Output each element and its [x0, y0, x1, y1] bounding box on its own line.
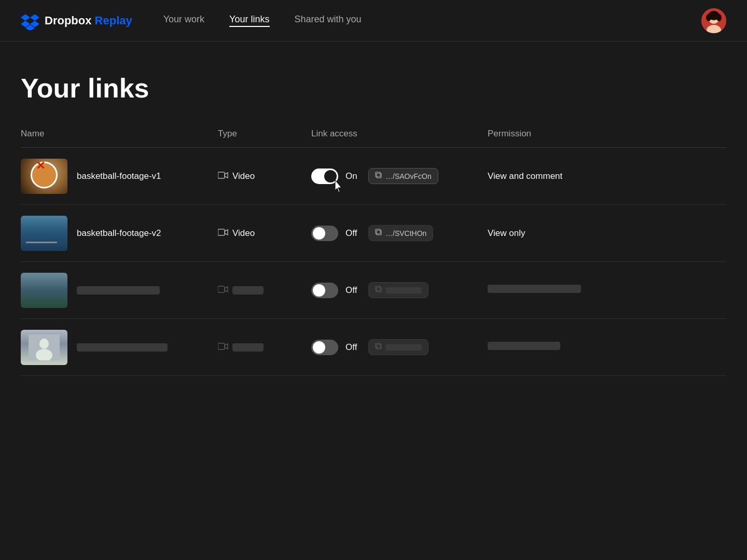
- file-name-redacted-4: [77, 343, 168, 352]
- name-cell-2: basketball-footage-v2: [21, 216, 218, 251]
- table-row: Off: [21, 262, 726, 319]
- link-badge-2[interactable]: …/SVCtHOn: [368, 225, 433, 241]
- link-access-cell-3: Off: [311, 282, 488, 298]
- link-access-cell-4: Off: [311, 339, 488, 355]
- video-icon-2: [218, 228, 228, 239]
- toggle-knob-2: [313, 227, 325, 240]
- file-name-redacted-3: [77, 286, 160, 295]
- svg-rect-9: [218, 229, 225, 235]
- svg-point-5: [716, 14, 722, 21]
- svg-rect-13: [377, 287, 381, 292]
- logo-text: Dropbox Replay: [45, 14, 132, 27]
- toggle-label-4: Off: [345, 342, 361, 353]
- svg-point-16: [39, 339, 49, 349]
- toggle-label-1: On: [345, 171, 361, 181]
- name-cell-1: basketball-footage-v1: [21, 159, 218, 194]
- table-header: Name Type Link access Permission: [21, 129, 726, 148]
- svg-point-4: [706, 14, 711, 21]
- permission-label-2: View only: [488, 228, 525, 238]
- link-url-redacted-3: [385, 287, 422, 293]
- col-type: Type: [218, 129, 311, 139]
- type-cell-4: [218, 342, 311, 353]
- svg-rect-12: [218, 286, 225, 292]
- permission-cell-1: View and comment: [488, 171, 726, 181]
- file-name-2: basketball-footage-v2: [77, 228, 161, 239]
- toggle-knob-3: [313, 284, 325, 297]
- toggle-3[interactable]: [311, 283, 338, 298]
- type-label-2: Video: [232, 228, 255, 239]
- name-cell-3: [21, 273, 218, 308]
- file-name-1: basketball-footage-v1: [77, 171, 161, 181]
- svg-rect-6: [218, 172, 225, 178]
- thumbnail-3: [21, 273, 67, 308]
- avatar-image: [701, 8, 726, 33]
- copy-icon-1: [375, 172, 382, 180]
- toggle-1[interactable]: [311, 169, 338, 184]
- type-redacted-4: [232, 343, 264, 352]
- nav-your-work[interactable]: Your work: [163, 14, 204, 27]
- permission-redacted-3: [488, 285, 581, 293]
- thumbnail-1: [21, 159, 67, 194]
- avatar[interactable]: [701, 8, 726, 33]
- table-row: basketball-footage-v2 Video Off: [21, 205, 726, 262]
- table-row: Off: [21, 319, 726, 376]
- col-permission: Permission: [488, 129, 726, 139]
- toggle-4[interactable]: [311, 340, 338, 355]
- link-url-redacted-4: [385, 344, 422, 351]
- main-nav: Your work Your links Shared with you: [163, 14, 701, 27]
- svg-rect-10: [377, 230, 381, 235]
- link-access-cell-2: Off …/SVCtHOn: [311, 225, 488, 241]
- toggle-knob-1: [324, 170, 337, 183]
- svg-rect-20: [376, 343, 380, 348]
- type-cell-3: [218, 285, 311, 296]
- header: Dropbox Replay Your work Your links Shar…: [0, 0, 747, 41]
- link-url-2: …/SVCtHOn: [385, 229, 426, 237]
- page-title: Your links: [21, 73, 726, 104]
- type-cell-2: Video: [218, 228, 311, 239]
- col-link-access: Link access: [311, 129, 488, 139]
- link-access-cell-1: On …/SAOvFcOn: [311, 168, 488, 184]
- logo-icon: [21, 11, 39, 30]
- permission-cell-4: [488, 342, 726, 353]
- svg-rect-19: [377, 344, 381, 349]
- svg-rect-11: [376, 229, 380, 234]
- link-badge-3[interactable]: [368, 282, 428, 298]
- toggle-label-2: Off: [345, 228, 361, 239]
- copy-icon-3: [375, 286, 382, 295]
- copy-icon-4: [375, 343, 382, 352]
- nav-shared-with-you[interactable]: Shared with you: [295, 14, 362, 27]
- svg-rect-14: [376, 286, 380, 291]
- table-row: basketball-footage-v1 Video: [21, 148, 726, 205]
- svg-rect-18: [218, 343, 225, 349]
- type-label-1: Video: [232, 171, 255, 181]
- toggle-container-1[interactable]: [311, 169, 338, 184]
- video-icon-1: [218, 171, 228, 181]
- type-redacted-3: [232, 286, 264, 295]
- col-name: Name: [21, 129, 218, 139]
- permission-cell-3: [488, 285, 726, 296]
- logo-area: Dropbox Replay: [21, 11, 132, 30]
- page-content: Your links Name Type Link access Permiss…: [0, 41, 747, 397]
- copy-icon-2: [375, 229, 382, 237]
- svg-rect-8: [376, 172, 380, 177]
- thumbnail-4: [21, 330, 67, 365]
- toggle-knob-4: [313, 341, 325, 354]
- link-badge-4[interactable]: [368, 339, 428, 355]
- nav-your-links[interactable]: Your links: [229, 14, 269, 27]
- toggle-label-3: Off: [345, 285, 361, 296]
- permission-redacted-4: [488, 342, 560, 350]
- svg-rect-7: [377, 173, 381, 178]
- type-cell-1: Video: [218, 171, 311, 181]
- name-cell-4: [21, 330, 218, 365]
- toggle-2[interactable]: [311, 226, 338, 241]
- permission-label-1: View and comment: [488, 171, 562, 181]
- link-url-1: …/SAOvFcOn: [385, 172, 432, 180]
- link-badge-1[interactable]: …/SAOvFcOn: [368, 168, 438, 184]
- permission-cell-2: View only: [488, 228, 726, 239]
- thumbnail-2: [21, 216, 67, 251]
- video-icon-3: [218, 285, 228, 296]
- video-icon-4: [218, 342, 228, 353]
